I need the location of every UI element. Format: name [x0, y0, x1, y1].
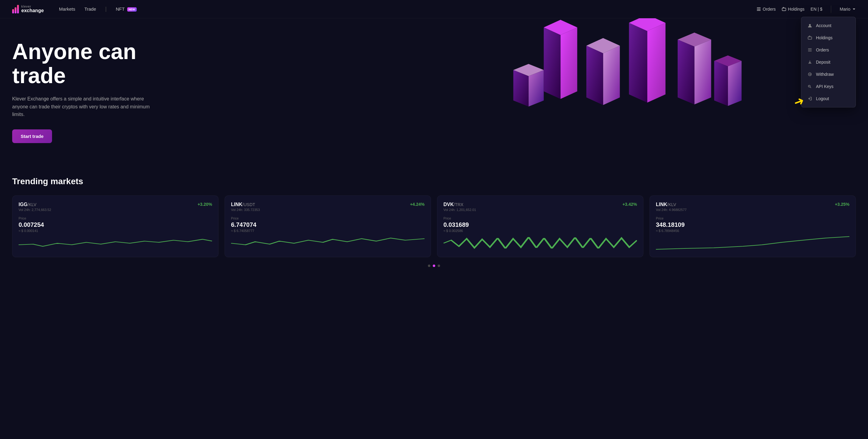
- nav-markets[interactable]: Markets: [59, 6, 75, 11]
- lang-selector[interactable]: EN | $: [810, 7, 823, 11]
- market-header: IGG/KLV Vol 24h: 2,774,663.52 +3.20%: [19, 202, 212, 212]
- svg-marker-34: [714, 61, 728, 106]
- hero-content: Anyone can trade Klever Exchange offers …: [12, 39, 183, 143]
- pagination-dot-1[interactable]: [428, 265, 430, 267]
- dropdown-holdings[interactable]: Holdings: [801, 32, 856, 44]
- svg-marker-14: [513, 70, 528, 107]
- market-pair: LINK/KLV: [656, 202, 687, 207]
- svg-marker-21: [603, 46, 620, 105]
- nav-trade[interactable]: Trade: [84, 6, 96, 11]
- market-pair-info: DVK/TRX Vol 24h: 1,201,652.01: [443, 202, 476, 212]
- market-pair-info: LINK/KLV Vol 24h: 4.96882577: [656, 202, 687, 212]
- market-volume: Vol 24h: 2,774,663.52: [19, 208, 51, 212]
- market-usd: ≈ $ 0.000141: [19, 229, 212, 233]
- svg-rect-5: [808, 37, 812, 39]
- svg-point-10: [808, 85, 810, 87]
- nav-links: Markets Trade | NFT NEW: [59, 6, 756, 12]
- market-volume: Vol 24h: 4.96882577: [656, 208, 687, 212]
- trending-section: Trending markets IGG/KLV Vol 24h: 2,774,…: [0, 165, 868, 285]
- svg-rect-0: [757, 7, 761, 8]
- svg-rect-8: [808, 51, 812, 52]
- svg-marker-33: [728, 61, 741, 106]
- market-usd: ≈ $ 6.78948456: [656, 229, 849, 233]
- pagination-dot-3[interactable]: [438, 265, 440, 267]
- chevron-down-icon: [852, 7, 856, 11]
- market-chart: [656, 236, 849, 251]
- logo-text: klever exchange: [21, 5, 44, 13]
- holdings-icon: [807, 35, 812, 40]
- market-change: +3.20%: [197, 202, 212, 207]
- svg-marker-25: [647, 23, 665, 103]
- market-card-link-usdt[interactable]: LINK/USDT Vol 24h: 335.72353 +4.24% Pric…: [225, 196, 431, 257]
- markets-grid: IGG/KLV Vol 24h: 2,774,663.52 +3.20% Pri…: [12, 196, 856, 257]
- market-card-igg-klv[interactable]: IGG/KLV Vol 24h: 2,774,663.52 +3.20% Pri…: [12, 196, 219, 257]
- nav-nft[interactable]: NFT NEW: [116, 6, 136, 11]
- pagination-dot-2[interactable]: [433, 265, 435, 267]
- svg-marker-29: [694, 39, 711, 105]
- market-pair-info: LINK/USDT Vol 24h: 335.72353: [231, 202, 260, 212]
- svg-rect-2: [757, 10, 761, 11]
- dropdown-logout[interactable]: Logout: [801, 92, 856, 105]
- withdraw-icon: [807, 72, 812, 77]
- key-icon: [807, 84, 812, 89]
- market-pair-info: IGG/KLV Vol 24h: 2,774,663.52: [19, 202, 51, 212]
- dropdown-orders[interactable]: Orders: [801, 44, 856, 56]
- start-trade-button[interactable]: Start trade: [12, 129, 52, 143]
- logo-icon: [12, 5, 19, 13]
- svg-rect-3: [782, 8, 786, 11]
- market-price: 0.007254: [19, 221, 212, 228]
- dropdown-withdraw[interactable]: Withdraw: [801, 68, 856, 80]
- svg-rect-7: [808, 50, 812, 50]
- market-header: LINK/USDT Vol 24h: 335.72353 +4.24%: [231, 202, 425, 212]
- hero-section: Anyone can trade Klever Exchange offers …: [0, 18, 868, 165]
- orders-icon: [807, 48, 812, 52]
- user-menu[interactable]: Mario: [840, 7, 856, 11]
- market-pair: IGG/KLV: [19, 202, 51, 207]
- market-usd: ≈ $ 0.002586: [443, 229, 637, 233]
- deposit-icon: [807, 60, 812, 64]
- market-header: DVK/TRX Vol 24h: 1,201,652.01 +3.42%: [443, 202, 637, 212]
- logo[interactable]: klever exchange: [12, 5, 44, 13]
- market-card-dvk-trx[interactable]: DVK/TRX Vol 24h: 1,201,652.01 +3.42% Pri…: [437, 196, 643, 257]
- hero-visual: [347, 18, 868, 165]
- svg-marker-26: [629, 23, 647, 103]
- pagination-dots: [12, 265, 856, 267]
- market-volume: Vol 24h: 1,201,652.01: [443, 208, 476, 212]
- nft-badge: NEW: [127, 7, 137, 11]
- svg-marker-13: [528, 70, 544, 107]
- orders-icon: [756, 7, 761, 11]
- svg-marker-22: [586, 46, 603, 105]
- dropdown-account[interactable]: Account: [801, 20, 856, 32]
- svg-rect-1: [757, 9, 761, 9]
- dropdown-api-keys[interactable]: API Keys: [801, 80, 856, 92]
- market-chart: [19, 236, 212, 251]
- market-header: LINK/KLV Vol 24h: 4.96882577 +3.25%: [656, 202, 849, 212]
- market-pair: LINK/USDT: [231, 202, 260, 207]
- svg-marker-17: [560, 27, 577, 99]
- market-usd: ≈ $ 6.74058777: [231, 229, 425, 233]
- market-price: 0.031689: [443, 221, 637, 228]
- holdings-button[interactable]: Holdings: [782, 7, 804, 11]
- market-chart: [443, 236, 637, 251]
- navbar: klever exchange Markets Trade | NFT NEW …: [0, 0, 868, 18]
- logout-icon: [807, 96, 812, 101]
- market-price: 6.747074: [231, 221, 425, 228]
- svg-marker-30: [678, 39, 694, 105]
- user-dropdown: Account Holdings Orders De: [801, 17, 856, 108]
- market-chart: [231, 236, 425, 251]
- dropdown-deposit[interactable]: Deposit: [801, 56, 856, 68]
- svg-marker-18: [544, 27, 560, 99]
- nav-separator: |: [105, 6, 107, 12]
- nav-divider: [831, 5, 831, 13]
- market-change: +3.25%: [835, 202, 849, 207]
- svg-rect-6: [808, 49, 812, 49]
- market-change: +4.24%: [410, 202, 425, 207]
- svg-point-4: [809, 24, 811, 26]
- orders-button[interactable]: Orders: [756, 7, 776, 11]
- holdings-icon: [782, 7, 786, 11]
- hero-title: Anyone can trade: [12, 39, 183, 88]
- hero-description: Klever Exchange offers a simple and intu…: [12, 95, 158, 118]
- market-card-link-klv[interactable]: LINK/KLV Vol 24h: 4.96882577 +3.25% Pric…: [649, 196, 856, 257]
- user-icon: [807, 23, 812, 28]
- nav-right: Orders Holdings EN | $ Mario: [756, 5, 856, 13]
